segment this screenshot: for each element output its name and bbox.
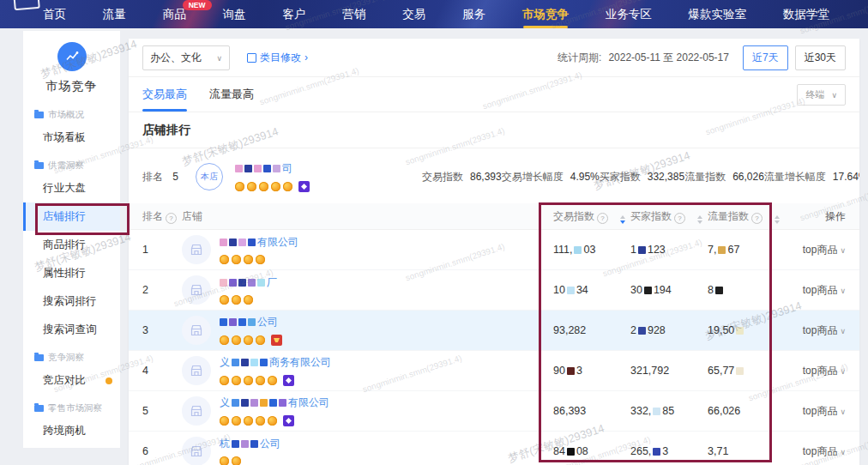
category-edit-label: 类目修改: [260, 51, 301, 65]
nav-item-服务[interactable]: 服务: [462, 0, 485, 28]
star-icon: [256, 416, 265, 426]
stat-value: 332,385: [648, 171, 684, 183]
sidebar-item-跨境商机[interactable]: 跨境商机: [23, 417, 120, 445]
censored-block: [238, 279, 246, 287]
shop-ranking-table: 1有限公司111,0311237,67top商品2厂1034301948 top…: [129, 230, 859, 465]
shop-icon: [182, 396, 211, 426]
range-30d-button[interactable]: 近30天: [795, 45, 846, 70]
tab-交易最高[interactable]: 交易最高: [142, 77, 187, 112]
censored-block: [653, 408, 660, 415]
censored-block: [250, 399, 258, 407]
stat-value: 66,026: [732, 171, 764, 183]
sidebar-section-零售市场洞察[interactable]: 零售市场洞察: [23, 395, 120, 417]
traffic-index-cell: 7,67: [708, 244, 785, 256]
own-shop-name: 司: [235, 161, 417, 192]
stat-value: 17.64%: [833, 171, 859, 183]
trophy-badge-icon: [271, 335, 282, 346]
nav-item-交易[interactable]: 交易: [402, 0, 425, 28]
top-products-dropdown[interactable]: top商品: [803, 444, 846, 459]
star-icon: [220, 335, 229, 345]
sidebar-section-label: 供需洞察: [48, 160, 84, 172]
table-row: 2厂1034301948 top商品: [129, 270, 859, 311]
sort-icon[interactable]: [697, 215, 702, 224]
sidebar-item-商品排行[interactable]: 商品排行: [23, 231, 120, 259]
help-icon[interactable]: [597, 213, 608, 224]
help-icon[interactable]: [166, 213, 177, 224]
star-icon: [220, 416, 229, 426]
sidebar-item-搜索词排行[interactable]: 搜索词排行: [23, 287, 120, 316]
shop-name[interactable]: 义商务有限公司: [220, 355, 331, 370]
help-icon[interactable]: [751, 213, 763, 224]
nav-item-流量[interactable]: 流量: [103, 0, 126, 28]
stat-value: 4.95%: [570, 171, 600, 183]
shop-name[interactable]: 有限公司: [220, 235, 298, 250]
sidebar-item-搜索词查询[interactable]: 搜索词查询: [23, 316, 120, 344]
sidebar-section-供需洞察[interactable]: 供需洞察: [23, 152, 120, 174]
terminal-filter-select[interactable]: 终端: [797, 84, 846, 106]
sort-icon[interactable]: [620, 215, 625, 224]
nav-item-数据学堂[interactable]: 数据学堂: [783, 0, 829, 28]
star-icon: [247, 182, 256, 191]
sidebar-item-市场看板[interactable]: 市场看板: [23, 124, 120, 152]
top-products-dropdown[interactable]: top商品: [803, 364, 846, 378]
top-products-dropdown[interactable]: top商品: [803, 243, 846, 257]
trade-index-cell: 84 08: [553, 445, 630, 457]
nav-item-爆款实验室[interactable]: 爆款实验室: [689, 0, 747, 28]
category-edit-link[interactable]: 类目修改: [247, 51, 308, 65]
help-icon[interactable]: [674, 213, 685, 224]
sort-icon[interactable]: [775, 215, 780, 224]
sidebar-item-属性排行[interactable]: 属性排行: [23, 259, 120, 287]
censored-block: [232, 440, 239, 448]
shop-name[interactable]: 司: [235, 161, 417, 176]
category-select[interactable]: 办公、文化: [142, 45, 230, 70]
censored-block: [235, 165, 243, 172]
top-products-dropdown[interactable]: top商品: [803, 404, 846, 419]
shop-name[interactable]: 厂: [220, 275, 277, 290]
stat-value: 86,393: [470, 171, 502, 183]
sidebar: 市场竞争 市场概况市场看板供需洞察行业大盘店铺排行商品排行属性排行搜索词排行搜索…: [23, 31, 120, 448]
censored-block: [238, 239, 246, 246]
star-icon: [244, 295, 253, 305]
sidebar-item-竞店对比[interactable]: 竞店对比: [23, 366, 120, 395]
buyer-index-cell: 265,3: [630, 445, 708, 457]
col-header-shop: 店铺: [182, 209, 553, 224]
chevron-down-icon: [837, 324, 846, 336]
buyer-index-cell: 1123: [630, 244, 708, 256]
shop-name[interactable]: 公司: [220, 315, 282, 329]
shop-name[interactable]: 义有限公司: [220, 396, 329, 410]
range-7d-button[interactable]: 近7天: [743, 45, 788, 70]
nav-item-业务专区[interactable]: 业务专区: [606, 0, 652, 28]
star-icon: [244, 335, 253, 345]
nav-item-询盘[interactable]: 询盘: [223, 0, 246, 28]
rank-cell: 1: [142, 244, 182, 256]
col-buyer-label: 买家指数: [630, 210, 672, 222]
sidebar-item-店铺排行[interactable]: 店铺排行: [23, 202, 120, 231]
censored-block: [220, 279, 227, 287]
col-header-buyer: 买家指数: [630, 209, 708, 224]
nav-item-客户[interactable]: 客户: [282, 0, 305, 28]
nav-item-商品[interactable]: 商品NEW: [163, 0, 186, 28]
censored-block: [248, 239, 256, 246]
tab-流量最高[interactable]: 流量最高: [209, 77, 254, 112]
nav-item-首页[interactable]: 首页: [43, 0, 66, 28]
sidebar-section-市场概况[interactable]: 市场概况: [23, 101, 120, 124]
trade-index-cell: 111,03: [553, 244, 630, 256]
nav-item-营销[interactable]: 营销: [342, 0, 365, 28]
col-rank-label: 排名: [142, 210, 163, 222]
star-icon: [232, 416, 241, 426]
stat-label: 买家指数: [600, 170, 641, 184]
sidebar-section-竞争洞察[interactable]: 竞争洞察: [23, 344, 120, 366]
star-icon: [271, 182, 280, 191]
summary-stat: 流量增长幅度17.64%: [764, 170, 859, 184]
shop-rating: [220, 456, 280, 465]
censored-block: [248, 279, 256, 287]
shop-name[interactable]: 杭公司: [220, 437, 280, 451]
shop-icon: [182, 275, 211, 305]
shop-cell: 有限公司: [182, 235, 553, 264]
sidebar-item-行业大盘[interactable]: 行业大盘: [23, 174, 120, 202]
traffic-index-cell: 19,50: [708, 324, 785, 336]
nav-item-市场竞争[interactable]: 市场竞争: [522, 0, 569, 28]
traffic-index-cell: 3,71: [708, 445, 785, 457]
top-products-dropdown[interactable]: top商品: [803, 283, 846, 298]
top-products-dropdown[interactable]: top商品: [803, 323, 846, 338]
